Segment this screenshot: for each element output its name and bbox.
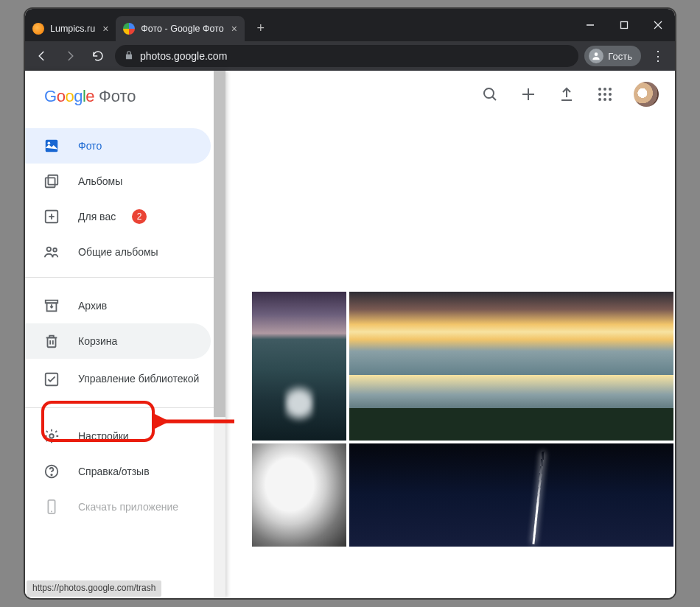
new-tab-button[interactable]: +: [251, 21, 271, 36]
scrollbar-thumb[interactable]: [214, 71, 225, 417]
sidebar: Google Фото Фото Альбомы Для вас 2: [25, 71, 225, 598]
sidebar-item-label: Управление библиотекой: [78, 373, 199, 386]
nav-tertiary: Настройки Справка/отзыв Скачать приложен…: [25, 415, 225, 524]
main-content: [225, 71, 675, 598]
status-url: https://photos.google.com/trash: [32, 583, 155, 593]
google-logo: Google: [44, 87, 94, 106]
sidebar-item-download-app[interactable]: Скачать приложение: [25, 489, 211, 524]
archive-icon: [43, 297, 60, 315]
svg-point-6: [48, 142, 51, 145]
svg-rect-7: [46, 178, 55, 187]
browser-window: Lumpics.ru × Фото - Google Фото × + phot…: [24, 7, 676, 600]
sidebar-item-label: Корзина: [78, 335, 117, 347]
minimize-button[interactable]: [573, 9, 607, 41]
svg-point-4: [595, 52, 598, 56]
photo-thumbnail[interactable]: [349, 443, 673, 547]
svg-rect-1: [621, 22, 628, 29]
svg-rect-17: [48, 337, 56, 347]
for-you-icon: [43, 208, 60, 225]
back-button[interactable]: [31, 45, 53, 67]
sidebar-item-for-you[interactable]: Для вас 2: [25, 199, 211, 234]
svg-point-38: [609, 93, 612, 96]
sidebar-item-albums[interactable]: Альбомы: [25, 164, 211, 199]
tab-google-photos[interactable]: Фото - Google Фото ×: [116, 16, 245, 41]
sidebar-item-label: Настройки: [78, 430, 129, 442]
svg-point-13: [53, 248, 57, 252]
browser-menu-button[interactable]: ⋮: [647, 48, 669, 64]
albums-icon: [43, 172, 60, 190]
svg-point-40: [603, 98, 606, 101]
status-bar: https://photos.google.com/trash: [27, 580, 161, 597]
download-icon: [43, 498, 60, 516]
photo-thumbnail[interactable]: [252, 443, 346, 547]
product-name: Фото: [99, 87, 136, 106]
sidebar-item-help[interactable]: Справка/отзыв: [25, 454, 211, 489]
create-button[interactable]: [519, 85, 538, 104]
guest-avatar-icon: [589, 49, 603, 63]
reload-button[interactable]: [87, 45, 109, 67]
sidebar-item-shared[interactable]: Общие альбомы: [25, 234, 211, 270]
divider: [25, 407, 225, 408]
photo-thumbnail[interactable]: [252, 292, 346, 441]
maximize-button[interactable]: [607, 9, 641, 41]
photo-icon: [43, 137, 60, 155]
settings-icon: [43, 427, 60, 445]
tab-lumpics[interactable]: Lumpics.ru ×: [25, 16, 116, 41]
sidebar-scrollbar[interactable]: [214, 71, 225, 598]
sidebar-item-archive[interactable]: Архив: [25, 288, 211, 323]
window-controls: [573, 9, 675, 41]
svg-point-12: [47, 248, 52, 252]
svg-point-23: [51, 474, 52, 475]
svg-line-28: [492, 97, 496, 100]
notification-badge: 2: [132, 209, 147, 224]
svg-rect-5: [46, 140, 58, 152]
sidebar-item-label: Скачать приложение: [78, 501, 178, 513]
svg-point-37: [603, 93, 606, 96]
address-bar: photos.google.com Гость ⋮: [25, 41, 675, 71]
svg-point-33: [598, 88, 601, 91]
favicon-icon: [123, 23, 135, 35]
url-field[interactable]: photos.google.com: [115, 45, 578, 67]
close-tab-icon[interactable]: ×: [102, 23, 108, 35]
svg-point-27: [484, 88, 494, 98]
sidebar-item-photos[interactable]: Фото: [25, 128, 211, 164]
top-toolbar: [225, 71, 675, 118]
svg-point-34: [603, 88, 606, 91]
help-icon: [43, 463, 60, 480]
titlebar: Lumpics.ru × Фото - Google Фото × +: [25, 9, 675, 41]
tab-label: Lumpics.ru: [50, 24, 95, 34]
photo-thumbnail[interactable]: [349, 292, 673, 441]
svg-point-35: [609, 88, 612, 91]
sidebar-item-trash[interactable]: Корзина: [25, 323, 211, 359]
photo-grid-row: [252, 292, 675, 441]
sidebar-item-label: Общие альбомы: [78, 246, 158, 258]
profile-button[interactable]: Гость: [584, 46, 641, 66]
manage-icon: [43, 371, 60, 388]
svg-rect-8: [48, 175, 57, 185]
sidebar-item-label: Фото: [78, 140, 102, 152]
nav-primary: Фото Альбомы Для вас 2 Общие альбомы: [25, 118, 225, 270]
brand: Google Фото: [25, 71, 225, 118]
shared-icon: [43, 243, 60, 261]
forward-button[interactable]: [59, 45, 81, 67]
sidebar-item-settings[interactable]: Настройки: [25, 418, 211, 454]
divider: [25, 277, 225, 278]
svg-point-21: [49, 434, 54, 438]
url-text: photos.google.com: [140, 50, 227, 62]
account-avatar[interactable]: [634, 82, 659, 107]
svg-point-41: [609, 98, 612, 101]
search-button[interactable]: [480, 85, 500, 104]
sidebar-item-manage-library[interactable]: Управление библиотекой: [25, 359, 211, 400]
close-window-button[interactable]: [641, 9, 675, 41]
photo-grid-row: [252, 443, 675, 547]
close-tab-icon[interactable]: ×: [231, 23, 237, 35]
sidebar-item-label: Справка/отзыв: [78, 466, 150, 477]
upload-button[interactable]: [557, 85, 576, 104]
sidebar-item-label: Для вас: [78, 211, 116, 222]
app-body: Google Фото Фото Альбомы Для вас 2: [25, 71, 675, 598]
svg-point-39: [598, 98, 601, 101]
apps-button[interactable]: [595, 85, 615, 104]
nav-secondary: Архив Корзина Управление библиотекой: [25, 285, 225, 400]
favicon-icon: [32, 23, 44, 35]
svg-point-36: [598, 93, 601, 96]
